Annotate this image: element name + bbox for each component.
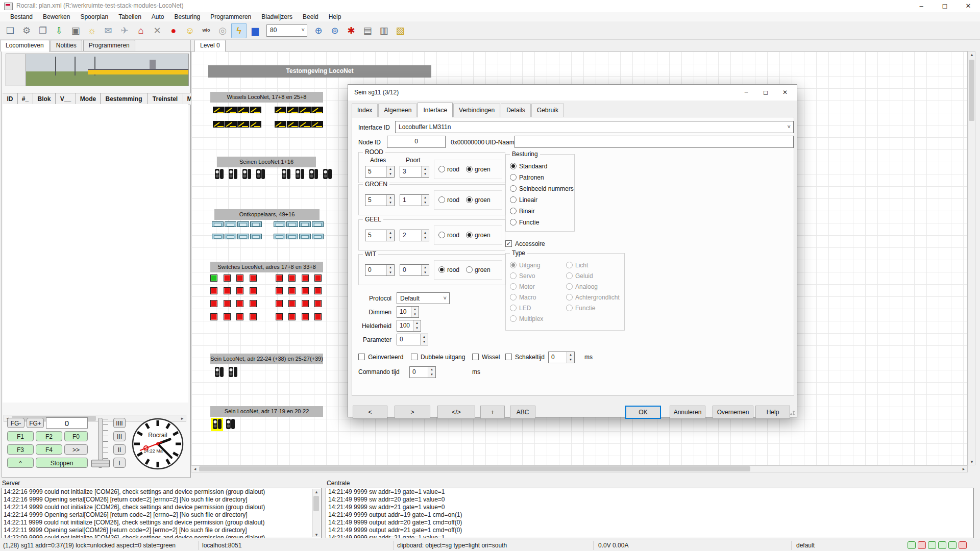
- signal-symbol[interactable]: [280, 168, 292, 181]
- output-switch-symbol[interactable]: [314, 313, 322, 320]
- spinner-down-icon[interactable]: ▼: [387, 200, 394, 206]
- turnout-symbol[interactable]: [299, 107, 311, 113]
- turnout-symbol[interactable]: [287, 107, 299, 113]
- decoupler-symbol[interactable]: [237, 221, 249, 227]
- interface-id-select[interactable]: Locobuffer LM311n˅: [395, 121, 794, 133]
- dialog-tab-verbindingen[interactable]: Verbindingen: [453, 104, 500, 117]
- stop-button[interactable]: Stoppen: [36, 458, 88, 468]
- dialog-tab-algemeen[interactable]: Algemeen: [378, 104, 417, 117]
- column-header-treinstel[interactable]: Treinstel: [148, 93, 183, 105]
- signal-symbol[interactable]: [213, 366, 225, 379]
- wio-button[interactable]: wio: [199, 23, 214, 38]
- zoom-fit-button[interactable]: ⊚: [327, 23, 342, 38]
- wit-adres-spinner[interactable]: 0▲▼: [365, 264, 395, 276]
- canvas-vscrollbar[interactable]: ▴ ▾: [968, 51, 975, 465]
- output-switch-symbol[interactable]: [288, 274, 296, 282]
- lamp-button[interactable]: ◎: [215, 23, 230, 38]
- node-id-field[interactable]: 0: [387, 136, 446, 148]
- spinner-down-icon[interactable]: ▼: [422, 171, 429, 177]
- decoupler-symbol[interactable]: [299, 221, 311, 227]
- turnout-symbol[interactable]: [275, 107, 286, 113]
- spinner-arrows[interactable]: ▲▼: [421, 230, 429, 241]
- hint-button[interactable]: ☼: [84, 23, 100, 38]
- groen-adres-spinner[interactable]: 5▲▼: [365, 194, 395, 206]
- spinner-down-icon[interactable]: ▼: [567, 357, 574, 363]
- output-switch-symbol[interactable]: [314, 287, 322, 294]
- spinner-arrows[interactable]: ▲▼: [421, 195, 429, 206]
- nav-abc-button[interactable]: ABC: [510, 406, 535, 419]
- spinner-arrows[interactable]: ▲▼: [386, 195, 394, 206]
- spinner-arrows[interactable]: ▲▼: [411, 307, 419, 317]
- output-switch-symbol[interactable]: [236, 287, 243, 294]
- output-switch-symbol[interactable]: [210, 313, 217, 320]
- output-switch-symbol[interactable]: [250, 300, 257, 307]
- server-log-scrollbar[interactable]: ▴ ▾: [312, 489, 321, 537]
- nav-next-button[interactable]: >: [395, 406, 430, 419]
- f3-button[interactable]: F3: [7, 444, 34, 455]
- output-switch-symbol[interactable]: [236, 300, 243, 307]
- column-header-item[interactable]: #_: [18, 93, 33, 105]
- turnout-symbol[interactable]: [237, 107, 249, 113]
- scroll-up-icon[interactable]: ▴: [313, 489, 320, 495]
- column-header-bestemming[interactable]: Bestemming: [101, 93, 148, 105]
- turnout-symbol[interactable]: [213, 121, 225, 128]
- decoupler-symbol[interactable]: [225, 221, 236, 227]
- turnout-symbol[interactable]: [213, 107, 225, 113]
- close-plan-button[interactable]: ✕: [150, 23, 165, 38]
- spinner-arrows[interactable]: ▲▼: [413, 320, 421, 331]
- menu-tabellen[interactable]: Tabellen: [113, 13, 146, 20]
- signal-symbol[interactable]: [293, 168, 306, 181]
- spinner-arrows[interactable]: ▲▼: [386, 230, 394, 241]
- output-switch-symbol[interactable]: [250, 274, 257, 282]
- uid-naam-field[interactable]: [514, 136, 794, 148]
- output-switch-symbol[interactable]: [210, 274, 217, 282]
- decoupler-symbol[interactable]: [274, 234, 285, 239]
- radio-patronen[interactable]: [510, 174, 517, 181]
- radio-standaard[interactable]: [510, 163, 517, 169]
- spinner-arrows[interactable]: ▲▼: [421, 166, 429, 177]
- parameter-spinner[interactable]: 0▲▼: [397, 334, 428, 345]
- overnemen-button[interactable]: Overnemen: [713, 406, 753, 419]
- slider-thumb[interactable]: [91, 460, 110, 467]
- maximize-button[interactable]: ◻: [933, 0, 957, 12]
- spinner-down-icon[interactable]: ▼: [387, 171, 394, 177]
- home-button[interactable]: ⌂: [133, 23, 149, 38]
- turnout-symbol[interactable]: [275, 121, 286, 128]
- go-button[interactable]: ☺: [182, 23, 198, 38]
- radio-seinbeeld-nummers[interactable]: [510, 185, 517, 192]
- output-switch-symbol[interactable]: [302, 313, 309, 320]
- signal-symbol[interactable]: [213, 168, 225, 181]
- decoupler-symbol[interactable]: [299, 234, 311, 239]
- save-button[interactable]: ⇩: [52, 23, 67, 38]
- accessoire-checkbox[interactable]: ✓: [505, 240, 512, 247]
- signal-symbol[interactable]: [211, 418, 223, 431]
- decoupler-symbol[interactable]: [274, 221, 285, 227]
- decoupler-symbol[interactable]: [312, 221, 324, 227]
- stop-button[interactable]: ●: [166, 23, 181, 38]
- groen-radio-groen[interactable]: [466, 196, 473, 203]
- power-button[interactable]: ϟ: [231, 23, 247, 38]
- index-button[interactable]: ▥: [376, 23, 391, 38]
- scroll-down-icon[interactable]: ▾: [968, 459, 975, 465]
- canvas-hscrollbar[interactable]: ◂ ▸: [191, 465, 968, 472]
- spinner-down-icon[interactable]: ▼: [422, 270, 429, 276]
- column-header-mode[interactable]: Mode: [76, 93, 101, 105]
- output-switch-symbol[interactable]: [314, 274, 322, 282]
- fg-minus-button[interactable]: FG-: [7, 418, 24, 428]
- output-switch-symbol[interactable]: [302, 287, 309, 294]
- spinner-down-icon[interactable]: ▼: [422, 235, 429, 241]
- output-switch-symbol[interactable]: [224, 287, 231, 294]
- column-header-id[interactable]: ID: [3, 93, 18, 105]
- spinner-arrows[interactable]: ▲▼: [428, 367, 435, 378]
- spinner-down-icon[interactable]: ▼: [387, 270, 394, 276]
- wit-poort-spinner[interactable]: 0▲▼: [400, 264, 429, 276]
- dialog-maximize-button[interactable]: ◻: [757, 86, 774, 98]
- speed-step-i-button[interactable]: I: [113, 458, 126, 468]
- scroll-down-icon[interactable]: ▾: [313, 532, 320, 538]
- f0-button[interactable]: F0: [64, 431, 88, 441]
- rood-radio-groen[interactable]: [466, 166, 473, 172]
- dialog-tab-details[interactable]: Details: [501, 104, 531, 117]
- turnout-symbol[interactable]: [299, 121, 311, 128]
- protocol-select[interactable]: Default˅: [397, 292, 450, 304]
- output-switch-symbol[interactable]: [288, 313, 296, 320]
